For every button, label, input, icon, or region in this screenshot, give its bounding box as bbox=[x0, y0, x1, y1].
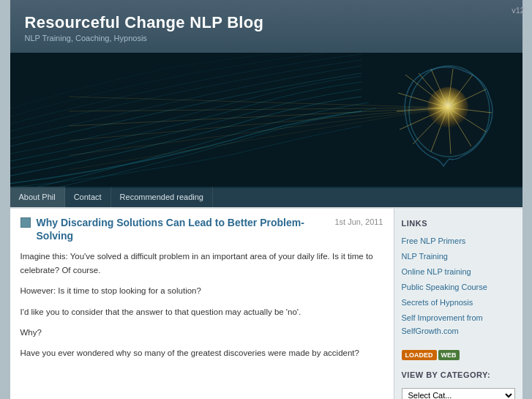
post-paragraph-3: I'd like you to consider that the answer… bbox=[20, 305, 383, 318]
site-header: Resourceful Change NLP Blog NLP Training… bbox=[10, 0, 522, 53]
post-paragraph-1: Imagine this: You've solved a difficult … bbox=[20, 250, 383, 277]
list-item: Self Improvement from SelfGrowth.com bbox=[402, 310, 515, 337]
post-content: Imagine this: You've solved a difficult … bbox=[20, 250, 383, 359]
post-paragraph-4: Why? bbox=[20, 326, 383, 339]
nav-contact[interactable]: Contact bbox=[65, 187, 111, 207]
nav-bar: About Phil Contact Recommended reading bbox=[10, 187, 522, 207]
post-title[interactable]: Why Discarding Solutions Can Lead to Bet… bbox=[37, 216, 323, 242]
post-paragraph-2: However: Is it time to stop looking for … bbox=[20, 284, 383, 297]
sidebar-links-list: Free NLP Primers NLP Training Online NLP… bbox=[402, 234, 515, 337]
nav-recommended-reading[interactable]: Recommended reading bbox=[111, 187, 213, 207]
content-area: Why Discarding Solutions Can Lead to Bet… bbox=[10, 209, 394, 399]
post-header: Why Discarding Solutions Can Lead to Bet… bbox=[20, 216, 383, 242]
version-badge: v12 bbox=[512, 6, 525, 15]
link-nlp-training[interactable]: NLP Training bbox=[402, 252, 448, 261]
nav-about-phil[interactable]: About Phil bbox=[10, 187, 65, 207]
category-section-title: VIEW BY CATEGORY: bbox=[402, 370, 515, 379]
list-item: Public Speaking Course bbox=[402, 280, 515, 293]
site-title: Resourceful Change NLP Blog bbox=[25, 13, 508, 32]
site-subtitle: NLP Training, Coaching, Hypnosis bbox=[25, 34, 508, 42]
link-self-improvement[interactable]: Self Improvement from SelfGrowth.com bbox=[402, 313, 483, 335]
loaded-badge: LOADED bbox=[402, 350, 437, 360]
link-public-speaking[interactable]: Public Speaking Course bbox=[402, 283, 487, 291]
link-secrets-hypnosis[interactable]: Secrets of Hypnosis bbox=[402, 298, 473, 307]
main-layout: Why Discarding Solutions Can Lead to Bet… bbox=[10, 209, 522, 399]
hero-image bbox=[10, 53, 522, 188]
list-item: Free NLP Primers bbox=[402, 234, 515, 247]
list-item: Online NLP training bbox=[402, 264, 515, 277]
link-online-nlp-training[interactable]: Online NLP training bbox=[402, 267, 471, 276]
list-item: Secrets of Hypnosis bbox=[402, 295, 515, 308]
category-select[interactable]: Select Cat... bbox=[402, 388, 515, 399]
list-item: NLP Training bbox=[402, 249, 515, 262]
outer-wrapper: Resourceful Change NLP Blog NLP Training… bbox=[10, 0, 522, 399]
post-date: 1st Jun, 2011 bbox=[334, 217, 383, 226]
links-section-title: LINKS bbox=[402, 219, 515, 228]
post-paragraph-5: Have you ever wondered why so many of th… bbox=[20, 346, 383, 359]
badge-container: LOADEDWEB bbox=[402, 347, 515, 360]
sidebar: LINKS Free NLP Primers NLP Training Onli… bbox=[394, 209, 522, 399]
post-icon bbox=[20, 217, 31, 228]
link-free-nlp-primers[interactable]: Free NLP Primers bbox=[402, 236, 466, 245]
web-badge: WEB bbox=[438, 350, 460, 360]
